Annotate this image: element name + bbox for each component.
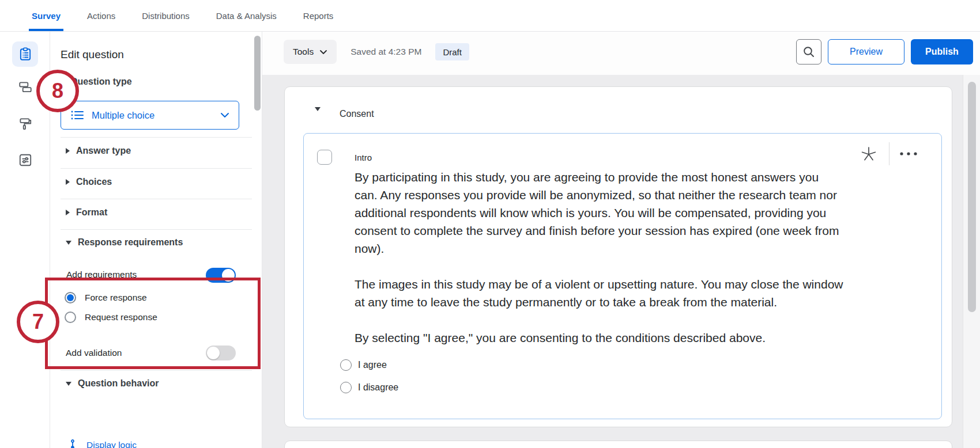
divider [61,370,252,371]
question-paragraph: The images in this study may be of a vio… [355,275,843,311]
caret-right-icon [66,210,70,215]
tab-survey[interactable]: Survey [18,0,74,31]
tab-data-analysis[interactable]: Data & Analysis [203,0,290,31]
survey-options-button[interactable] [12,147,38,173]
panel-title: Edit question [61,48,124,61]
question-paragraph: By participating in this study, you are … [355,168,843,257]
force-response-option[interactable]: Force response [65,292,147,303]
display-logic-label: Display logic [86,440,137,448]
add-validation-label: Add validation [66,348,122,358]
tab-reports[interactable]: Reports [290,0,347,31]
survey-canvas-area: Tools Saved at 4:23 PM Draft Preview Pub… [262,32,980,448]
section-label: Choices [76,177,112,187]
section-response-requirements[interactable]: Response requirements [66,237,183,248]
caret-down-icon [66,382,71,386]
choice-label: I agree [358,360,387,370]
choice-label: I disagree [358,382,398,393]
divider [61,168,252,169]
caret-down-icon [66,241,71,245]
tab-distributions[interactable]: Distributions [129,0,203,31]
divider [61,229,252,230]
radio-unselected-icon [340,359,352,371]
choice-i-disagree[interactable]: I disagree [340,382,398,393]
toggle-knob [222,269,235,282]
publish-button[interactable]: Publish [911,39,973,64]
next-block-partial[interactable] [284,441,952,448]
question-card-intro[interactable]: Intro [303,133,942,419]
request-response-label: Request response [85,312,157,322]
add-requirements-label: Add requirements [66,269,137,280]
canvas-scrollbar-thumb[interactable] [968,82,976,312]
left-icon-rail [0,32,50,448]
panel-scrollbar-thumb[interactable] [254,36,261,111]
top-nav: Survey Actions Distributions Data & Anal… [0,0,980,32]
preview-button[interactable]: Preview [828,39,904,64]
canvas-toolbar: Tools Saved at 4:23 PM Draft [284,39,469,64]
chevron-down-icon [220,112,229,118]
tools-menu-button[interactable]: Tools [284,40,337,64]
block-collapse-caret-icon[interactable] [315,111,321,122]
section-question-behavior[interactable]: Question behavior [66,378,159,389]
survey-canvas: Consent Intro [262,75,980,448]
divider [61,137,252,138]
divider [61,199,252,199]
sliders-icon [18,153,33,168]
ellipsis-menu-icon[interactable] [898,144,919,164]
radio-unselected-icon [65,312,76,323]
force-response-asterisk-icon[interactable] [859,144,879,164]
choice-i-agree[interactable]: I agree [340,359,387,371]
block-title[interactable]: Consent [340,109,374,119]
section-label: Question behavior [78,378,159,389]
edit-question-panel: Edit question Question type Multiple cho… [50,32,262,448]
section-label: Response requirements [78,237,183,248]
section-label: Answer type [76,146,131,156]
section-format[interactable]: Format [66,207,107,218]
survey-flow-icon [18,79,33,94]
survey-flow-button[interactable] [12,74,38,100]
question-label[interactable]: Intro [355,153,372,162]
radio-unselected-icon [340,382,352,393]
toggle-knob [207,347,220,359]
chevron-down-icon [319,50,327,55]
display-logic-link[interactable]: Display logic [70,439,137,448]
search-icon [802,45,815,58]
survey-builder-icon [18,47,33,62]
question-text[interactable]: By participating in this study, you are … [355,168,843,365]
tab-actions[interactable]: Actions [74,0,129,31]
look-and-feel-button[interactable] [12,111,38,136]
search-button[interactable] [796,39,821,64]
qualtrics-survey-editor: Survey Actions Distributions Data & Anal… [0,0,980,448]
question-paragraph: By selecting "I agree," you are consenti… [355,329,843,347]
question-type-label: Question type [70,77,132,87]
question-type-value: Multiple choice [92,110,220,121]
tools-label: Tools [293,47,314,57]
display-logic-icon [70,439,78,448]
divider [889,142,889,165]
multiple-choice-list-icon [70,109,84,121]
saved-status: Saved at 4:23 PM [350,47,421,57]
add-validation-toggle[interactable] [206,346,236,360]
add-requirements-toggle[interactable] [206,268,236,283]
paint-roller-icon [18,116,33,131]
section-answer-type[interactable]: Answer type [66,146,131,156]
question-type-dropdown[interactable]: Multiple choice [61,101,239,130]
caret-right-icon [66,148,70,154]
canvas-scrollbar[interactable] [963,75,980,448]
request-response-option[interactable]: Request response [65,312,157,323]
consent-block: Consent Intro [284,86,952,427]
section-label: Format [76,207,107,218]
section-choices[interactable]: Choices [66,177,112,187]
force-response-label: Force response [85,293,147,303]
caret-right-icon [66,179,70,185]
radio-selected-icon [65,292,76,303]
survey-builder-button[interactable] [12,41,38,67]
draft-badge: Draft [435,43,469,60]
question-checkbox[interactable] [317,150,332,165]
canvas-toolbar-actions: Preview Publish [796,39,973,64]
